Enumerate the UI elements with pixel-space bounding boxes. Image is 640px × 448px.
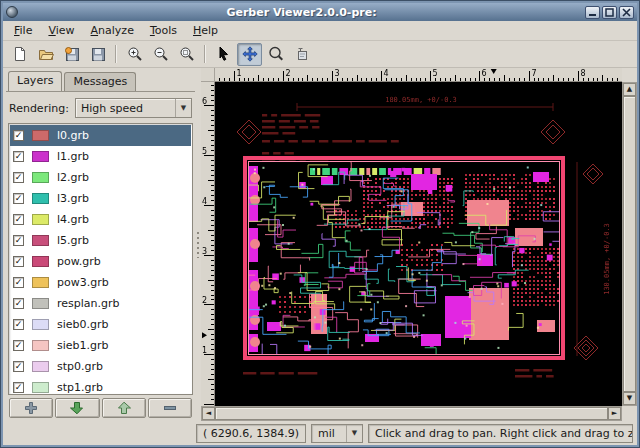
layer-row[interactable]: ✓l5.grb (10, 230, 191, 251)
layer-row[interactable]: ✓l0.grb (10, 125, 191, 146)
layer-visibility-checkbox[interactable]: ✓ (13, 256, 24, 267)
scroll-left-icon[interactable]: ◄ (202, 407, 215, 420)
tab-messages[interactable]: Messages (64, 72, 136, 91)
move-layer-down-button[interactable] (55, 398, 99, 418)
layer-row[interactable]: ✓sieb0.grb (10, 314, 191, 335)
minus-icon (163, 401, 177, 415)
layer-visibility-checkbox[interactable]: ✓ (13, 151, 24, 162)
title-bar[interactable]: Gerber Viewer2.0.0-pre: (3, 3, 637, 21)
rendering-select[interactable]: High speed ▼ (75, 98, 192, 118)
layer-color-swatch[interactable] (32, 235, 49, 246)
layer-visibility-checkbox[interactable]: ✓ (13, 382, 24, 393)
layer-visibility-checkbox[interactable]: ✓ (13, 172, 24, 183)
layers-panel: LayersMessages Rendering: High speed ▼ ✓… (3, 68, 195, 421)
close-button[interactable] (619, 6, 634, 19)
layer-visibility-checkbox[interactable]: ✓ (13, 235, 24, 246)
gerber-canvas[interactable] (215, 82, 622, 406)
layer-name: resplan.grb (57, 297, 120, 310)
minimize-button[interactable] (585, 6, 600, 19)
pan-tool-button[interactable] (237, 43, 262, 66)
minimize-icon (588, 8, 597, 17)
layer-visibility-checkbox[interactable]: ✓ (13, 340, 24, 351)
viewer-area: ▲ ▼ ◄ ► (201, 68, 637, 421)
layer-color-swatch[interactable] (32, 277, 49, 288)
layer-row[interactable]: ✓l1.grb (10, 146, 191, 167)
scroll-up-icon[interactable]: ▲ (623, 83, 636, 96)
layer-row[interactable]: ✓sieb1.grb (10, 335, 191, 356)
add-layer-button[interactable] (9, 398, 53, 418)
layer-color-swatch[interactable] (32, 151, 49, 162)
tab-layers[interactable]: Layers (8, 71, 62, 91)
layer-row[interactable]: ✓pow3.grb (10, 272, 191, 293)
layer-color-swatch[interactable] (32, 340, 49, 351)
horizontal-scrollbar-thumb[interactable] (215, 407, 608, 420)
layer-row[interactable]: ✓stp0.grb (10, 356, 191, 377)
ruler-corner (201, 68, 215, 82)
layer-name: sieb1.grb (57, 339, 109, 352)
layer-color-swatch[interactable] (32, 193, 49, 204)
vertical-scrollbar[interactable]: ▲ ▼ (622, 82, 637, 406)
layer-row[interactable]: ✓pow.grb (10, 251, 191, 272)
zoom-in-button[interactable] (122, 43, 147, 66)
layer-row[interactable]: ✓l4.grb (10, 209, 191, 230)
units-select[interactable]: mil ▼ (311, 424, 363, 443)
new-button[interactable] (7, 43, 32, 66)
window-controls (585, 6, 634, 19)
layer-color-swatch[interactable] (32, 172, 49, 183)
scroll-down-icon[interactable]: ▼ (623, 392, 636, 405)
save-button[interactable] (85, 43, 110, 66)
layer-name: pow.grb (57, 255, 101, 268)
scroll-right-icon[interactable]: ► (608, 407, 621, 420)
close-icon (622, 8, 631, 17)
layer-color-swatch[interactable] (32, 214, 49, 225)
pointer-tool-button[interactable] (211, 43, 236, 66)
horizontal-scrollbar[interactable]: ◄ ► (201, 406, 622, 421)
layer-name: pow3.grb (57, 276, 109, 289)
layer-name: l0.grb (57, 129, 89, 142)
menu-help[interactable]: Help (185, 22, 226, 40)
measure-icon (294, 46, 310, 62)
layer-name: l3.grb (57, 192, 89, 205)
zoom-fit-button[interactable] (174, 43, 199, 66)
layer-visibility-checkbox[interactable]: ✓ (13, 193, 24, 204)
plus-icon (24, 401, 38, 415)
main-area: LayersMessages Rendering: High speed ▼ ✓… (3, 68, 637, 421)
move-layer-up-button[interactable] (102, 398, 146, 418)
layer-row[interactable]: ✓resplan.grb (10, 293, 191, 314)
window-title: Gerber Viewer2.0.0-pre: (18, 6, 585, 19)
layer-visibility-checkbox[interactable]: ✓ (13, 361, 24, 372)
menu-view[interactable]: View (40, 22, 82, 40)
layer-row[interactable]: ✓l2.grb (10, 167, 191, 188)
layer-color-swatch[interactable] (32, 130, 49, 141)
rendering-label: Rendering: (9, 102, 69, 115)
toolbar-separator (204, 45, 206, 63)
layer-color-swatch[interactable] (32, 298, 49, 309)
zoom-tool-button[interactable] (263, 43, 288, 66)
vertical-scrollbar-thumb[interactable] (623, 96, 636, 392)
measure-tool-button[interactable] (289, 43, 314, 66)
layer-visibility-checkbox[interactable]: ✓ (13, 298, 24, 309)
menu-file[interactable]: File (6, 22, 40, 40)
layer-color-swatch[interactable] (32, 382, 49, 393)
layer-row[interactable]: ✓stp1.grb (10, 377, 191, 395)
open-button[interactable] (33, 43, 58, 66)
menu-analyze[interactable]: Analyze (83, 22, 142, 40)
layer-row[interactable]: ✓l3.grb (10, 188, 191, 209)
layer-color-swatch[interactable] (32, 256, 49, 267)
pan-icon (242, 46, 258, 62)
new-document-icon (12, 46, 28, 62)
layer-visibility-checkbox[interactable]: ✓ (13, 214, 24, 225)
layer-name: l2.grb (57, 171, 89, 184)
layer-color-swatch[interactable] (32, 361, 49, 372)
layer-color-swatch[interactable] (32, 319, 49, 330)
layer-visibility-checkbox[interactable]: ✓ (13, 277, 24, 288)
zoom-out-button[interactable] (148, 43, 173, 66)
save-as-button[interactable] (59, 43, 84, 66)
layer-visibility-checkbox[interactable]: ✓ (13, 319, 24, 330)
menu-tools[interactable]: Tools (142, 22, 185, 40)
maximize-button[interactable] (602, 6, 617, 19)
horizontal-ruler (215, 68, 622, 82)
status-hint: Click and drag to pan. Right click and d… (368, 424, 633, 443)
remove-layer-button[interactable] (148, 398, 192, 418)
layer-visibility-checkbox[interactable]: ✓ (13, 130, 24, 141)
